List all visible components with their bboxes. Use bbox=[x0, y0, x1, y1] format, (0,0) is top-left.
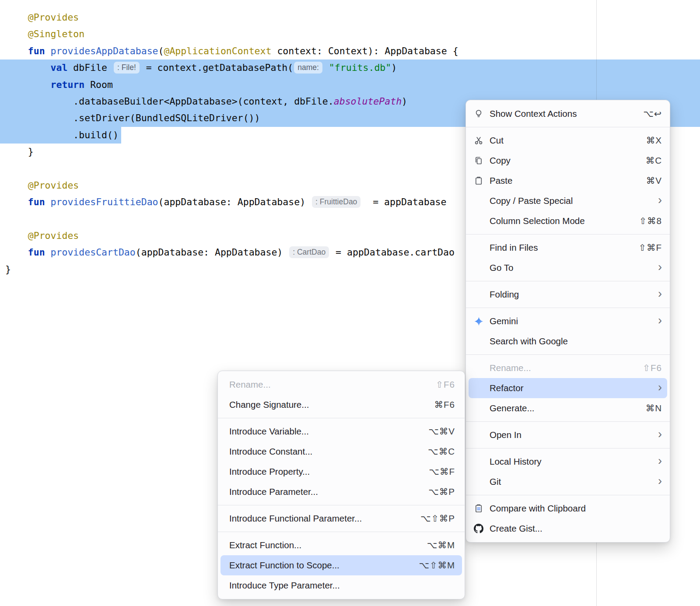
menu-item-search-with-google[interactable]: Search with Google bbox=[469, 331, 667, 351]
menu-item-find-in-files[interactable]: Find in Files⇧⌘F bbox=[469, 238, 667, 258]
shortcut-label: ⌥⌘V bbox=[428, 426, 455, 437]
menu-separator bbox=[466, 495, 670, 495]
menu-item-label: Folding bbox=[490, 289, 519, 300]
menu-separator bbox=[218, 418, 465, 418]
menu-item-rename[interactable]: Rename...⇧F6 bbox=[220, 375, 462, 395]
menu-item-introduce-type-parameter[interactable]: Introduce Type Parameter... bbox=[220, 575, 462, 595]
menu-item-label: Change Signature... bbox=[229, 399, 309, 410]
menu-item-rename[interactable]: Rename...⇧F6 bbox=[469, 358, 667, 378]
menu-item-label: Rename... bbox=[229, 379, 271, 390]
menu-item-label: Introduce Variable... bbox=[229, 426, 309, 437]
menu-item-git[interactable]: Git› bbox=[469, 472, 667, 492]
shortcut-label: ⌥⌘M bbox=[427, 540, 455, 550]
menu-item-change-signature[interactable]: Change Signature...⌘F6 bbox=[220, 395, 462, 415]
menu-item-label: Refactor bbox=[490, 383, 523, 393]
shortcut-label: ⌘V bbox=[646, 175, 662, 186]
submenu-arrow-icon: › bbox=[658, 455, 662, 467]
shortcut-label: ⇧F6 bbox=[643, 363, 662, 373]
menu-item-label: Go To bbox=[490, 263, 513, 273]
submenu-arrow-icon: › bbox=[658, 261, 662, 273]
github-icon bbox=[474, 524, 490, 533]
inlay-hint-chip[interactable]: : CartDao bbox=[289, 246, 329, 258]
menu-item-generate[interactable]: Generate...⌘N bbox=[469, 398, 667, 418]
menu-item-label: Introduce Constant... bbox=[229, 446, 312, 457]
lightbulb-icon bbox=[474, 109, 490, 119]
menu-item-label: Introduce Type Parameter... bbox=[229, 580, 340, 591]
menu-separator bbox=[218, 505, 465, 505]
menu-item-go-to[interactable]: Go To› bbox=[469, 258, 667, 278]
shortcut-label: ⇧⌘F bbox=[639, 242, 662, 253]
inlay-hint-chip[interactable]: : FruittieDao bbox=[312, 196, 360, 208]
menu-separator bbox=[218, 532, 465, 532]
menu-item-label: Generate... bbox=[490, 403, 535, 413]
menu-separator bbox=[466, 421, 670, 422]
menu-item-label: Find in Files bbox=[490, 242, 538, 253]
menu-item-folding[interactable]: Folding› bbox=[469, 284, 667, 305]
menu-separator bbox=[466, 234, 670, 235]
menu-item-gemini[interactable]: Gemini› bbox=[469, 311, 667, 331]
shortcut-label: ⇧⌘8 bbox=[639, 216, 662, 226]
code-line[interactable]: val dbFile : File! = context.getDatabase… bbox=[0, 60, 700, 76]
refactor-submenu: Rename...⇧F6Change Signature...⌘F6Introd… bbox=[217, 371, 465, 599]
menu-item-label: Create Gist... bbox=[490, 523, 542, 534]
menu-item-introduce-variable[interactable]: Introduce Variable...⌥⌘V bbox=[220, 421, 462, 441]
menu-item-label: Paste bbox=[490, 175, 512, 186]
menu-item-refactor[interactable]: Refactor› bbox=[469, 378, 667, 398]
scissors-icon bbox=[474, 136, 490, 145]
code-line[interactable]: @Provides bbox=[0, 9, 700, 26]
menu-item-open-in[interactable]: Open In› bbox=[469, 425, 667, 445]
menu-item-copy-paste-special[interactable]: Copy / Paste Special› bbox=[469, 191, 667, 211]
menu-item-label: Search with Google bbox=[490, 336, 568, 347]
menu-item-extract-function-to-scope[interactable]: Extract Function to Scope...⌥⇧⌘M bbox=[220, 555, 462, 575]
shortcut-label: ⌘C bbox=[646, 155, 662, 166]
compare-icon bbox=[474, 504, 490, 513]
inlay-hint-chip[interactable]: name: bbox=[294, 62, 322, 74]
copy-icon bbox=[474, 156, 490, 165]
shortcut-label: ⌘F6 bbox=[434, 399, 455, 410]
menu-item-label: Cut bbox=[490, 135, 504, 146]
shortcut-label: ⌘N bbox=[646, 403, 662, 413]
menu-item-label: Introduce Parameter... bbox=[229, 487, 318, 497]
menu-item-introduce-functional-parameter[interactable]: Introduce Functional Parameter...⌥⇧⌘P bbox=[220, 508, 462, 529]
menu-item-local-history[interactable]: Local History› bbox=[469, 452, 667, 472]
menu-item-copy[interactable]: Copy⌘C bbox=[469, 151, 667, 171]
submenu-arrow-icon: › bbox=[658, 194, 662, 206]
code-line[interactable]: .build() bbox=[0, 127, 121, 144]
menu-item-label: Copy / Paste Special bbox=[490, 196, 573, 206]
menu-item-introduce-property[interactable]: Introduce Property...⌥⌘F bbox=[220, 462, 462, 482]
menu-item-cut[interactable]: Cut⌘X bbox=[469, 130, 667, 151]
menu-item-label: Extract Function... bbox=[229, 540, 301, 550]
shortcut-label: ⌥⇧⌘M bbox=[419, 560, 455, 571]
code-line[interactable]: @Singleton bbox=[0, 26, 700, 42]
menu-item-introduce-parameter[interactable]: Introduce Parameter...⌥⌘P bbox=[220, 482, 462, 502]
menu-item-label: Gemini bbox=[490, 316, 518, 326]
menu-item-compare-with-clipboard[interactable]: Compare with Clipboard bbox=[469, 498, 667, 518]
editor-context-menu: Show Context Actions⌥↩Cut⌘XCopy⌘CPaste⌘V… bbox=[466, 100, 670, 543]
shortcut-label: ⌥↩ bbox=[643, 109, 662, 119]
menu-separator bbox=[466, 281, 670, 281]
menu-item-paste[interactable]: Paste⌘V bbox=[469, 171, 667, 191]
menu-item-label: Rename... bbox=[490, 363, 531, 373]
shortcut-label: ⌥⌘F bbox=[429, 466, 455, 477]
menu-item-create-gist[interactable]: Create Gist... bbox=[469, 518, 667, 539]
submenu-arrow-icon: › bbox=[658, 315, 662, 326]
submenu-arrow-icon: › bbox=[658, 475, 662, 487]
menu-item-label: Local History bbox=[490, 456, 542, 467]
menu-item-label: Git bbox=[490, 476, 501, 487]
menu-item-label: Column Selection Mode bbox=[490, 216, 585, 226]
menu-item-label: Copy bbox=[490, 155, 511, 166]
menu-item-introduce-constant[interactable]: Introduce Constant...⌥⌘C bbox=[220, 441, 462, 462]
menu-separator bbox=[466, 308, 670, 308]
menu-item-extract-function[interactable]: Extract Function...⌥⌘M bbox=[220, 535, 462, 555]
menu-item-label: Open In bbox=[490, 430, 522, 440]
menu-item-label: Extract Function to Scope... bbox=[229, 560, 340, 571]
menu-item-show-context-actions[interactable]: Show Context Actions⌥↩ bbox=[469, 104, 667, 124]
menu-item-label: Compare with Clipboard bbox=[490, 503, 586, 514]
code-line[interactable]: return Room bbox=[0, 77, 700, 93]
menu-item-label: Show Context Actions bbox=[490, 109, 577, 119]
shortcut-label: ⌘X bbox=[646, 135, 662, 146]
inlay-hint-chip[interactable]: : File! bbox=[114, 62, 140, 74]
code-line[interactable]: fun providesAppDatabase(@ApplicationCont… bbox=[0, 43, 700, 60]
menu-item-column-selection-mode[interactable]: Column Selection Mode⇧⌘8 bbox=[469, 211, 667, 231]
shortcut-label: ⇧F6 bbox=[436, 379, 455, 390]
